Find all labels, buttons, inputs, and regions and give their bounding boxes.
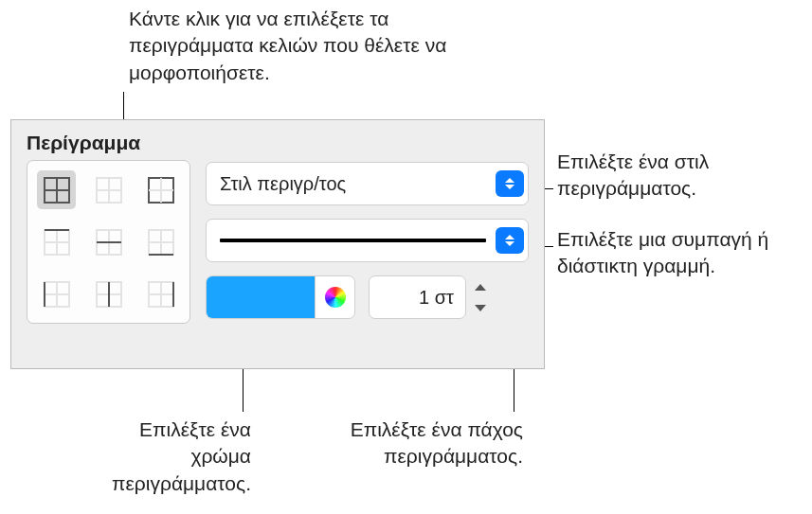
stepper-down[interactable]	[470, 298, 491, 317]
color-wheel-button[interactable]	[315, 276, 354, 318]
border-option-bottom[interactable]	[141, 222, 180, 261]
color-wheel-icon	[325, 287, 346, 308]
border-style-popup[interactable]: Στιλ περιγρ/τος	[206, 162, 529, 205]
border-style-label: Στιλ περιγρ/τος	[220, 173, 346, 195]
border-color-picker[interactable]	[206, 275, 355, 319]
border-width-stepper: 1 στ	[369, 275, 491, 319]
border-panel: Περίγραμμα	[10, 119, 545, 369]
callout-top: Κάντε κλικ για να επιλέξετε τα περιγράμμ…	[129, 6, 489, 86]
callout-color: Επιλέξτε ένα χρώμα περιγράμματος.	[76, 417, 251, 497]
line-preview	[220, 239, 486, 242]
border-option-left[interactable]	[37, 275, 76, 313]
border-controls: Στιλ περιγρ/τος	[206, 160, 529, 319]
border-none-icon	[96, 177, 122, 204]
callout-style: Επιλέξτε ένα στιλ περιγράμματος.	[557, 149, 803, 203]
border-line-popup[interactable]	[206, 219, 529, 262]
stepper-up[interactable]	[470, 277, 491, 296]
border-option-inner-h[interactable]	[89, 222, 128, 261]
border-option-top[interactable]	[37, 222, 76, 261]
border-left-icon	[44, 281, 70, 308]
border-right-icon	[148, 281, 174, 308]
border-option-all[interactable]	[37, 170, 76, 209]
border-option-inner-v[interactable]	[89, 275, 128, 313]
border-inner-v-icon	[96, 281, 122, 308]
border-grid-picker	[27, 160, 190, 324]
border-bottom-icon	[148, 229, 174, 256]
border-width-value: 1 στ	[419, 287, 454, 309]
panel-title: Περίγραμμα	[27, 132, 529, 154]
border-all-icon	[44, 177, 70, 204]
border-option-right[interactable]	[141, 275, 180, 313]
border-width-field[interactable]: 1 στ	[369, 275, 466, 319]
border-inner-h-icon	[96, 229, 122, 256]
border-outer-icon	[148, 177, 174, 204]
callout-line-type: Επιλέξτε μια συμπαγή ή διάστικτη γραμμή.	[557, 226, 803, 280]
border-option-outer[interactable]	[141, 170, 180, 209]
border-top-icon	[44, 229, 70, 256]
callout-width: Επιλέξτε ένα πάχος περιγράμματος.	[334, 417, 523, 470]
color-swatch[interactable]	[207, 276, 315, 318]
border-option-none[interactable]	[89, 170, 128, 209]
chevron-updown-icon	[496, 227, 524, 254]
chevron-updown-icon	[496, 170, 524, 197]
